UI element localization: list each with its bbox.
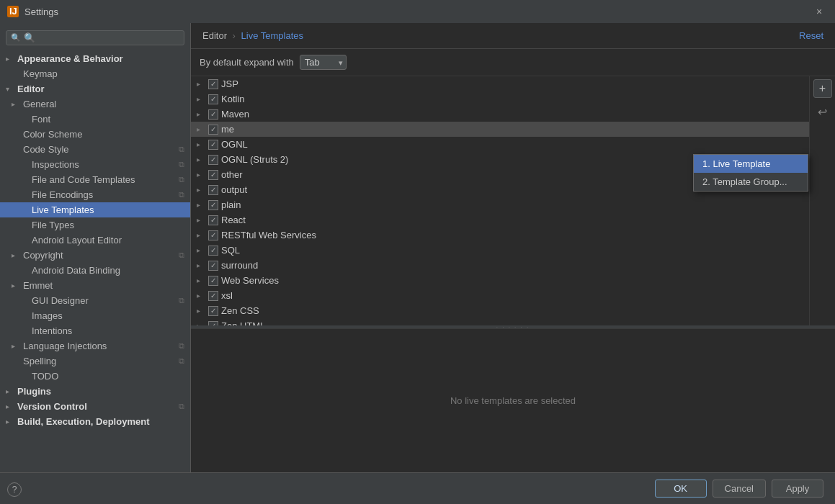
template-group-web-services[interactable]: ▸ ✓ Web Services (191, 273, 809, 288)
dialog-body: 🔍 ▸Appearance & BehaviorKeymap▾Editor▸Ge… (0, 23, 835, 504)
sidebar-item-build-exec-deploy[interactable]: ▸Build, Execution, Deployment (0, 414, 190, 429)
dropdown-item-template-group[interactable]: 2. Template Group... (694, 173, 808, 191)
sidebar-item-emmet[interactable]: ▸Emmet (0, 278, 190, 293)
template-group-me[interactable]: ▸ ✓ me (191, 122, 809, 137)
sidebar-item-intentions[interactable]: Intentions (0, 323, 190, 338)
sidebar-item-general[interactable]: ▸General (0, 96, 190, 112)
sidebar-item-spelling[interactable]: Spelling⧉ (0, 354, 190, 369)
template-name-surround: surround (221, 260, 258, 271)
template-group-xsl[interactable]: ▸ ✓ xsl (191, 288, 809, 303)
sidebar-item-file-encodings[interactable]: File Encodings⧉ (0, 187, 190, 202)
template-name-other: other (221, 169, 243, 180)
template-name-web-services: Web Services (221, 275, 279, 286)
template-checkbox-surround[interactable]: ✓ (208, 261, 218, 271)
sidebar-label-intentions: Intentions (32, 325, 72, 336)
search-box[interactable]: 🔍 (6, 30, 184, 45)
list-actions: + ↩ (809, 76, 835, 325)
template-checkbox-restful-ws[interactable]: ✓ (208, 230, 218, 240)
window-title: Settings (24, 6, 805, 17)
template-group-kotlin[interactable]: ▸ ✓ Kotlin (191, 91, 809, 107)
copy-icon-gui-designer: ⧉ (179, 296, 184, 305)
template-checkbox-me[interactable]: ✓ (208, 125, 218, 135)
title-bar: IJ Settings × (0, 0, 835, 23)
template-list-area: ▸ ✓ JSP ▸ ✓ Kotlin ▸ ✓ Maven ▸ ✓ me ▸ ✓ … (191, 76, 809, 325)
help-icon[interactable]: ? (7, 482, 22, 497)
sidebar-item-gui-designer[interactable]: GUI Designer⧉ (0, 293, 190, 308)
sidebar-item-inspections[interactable]: Inspections⧉ (0, 157, 190, 172)
sidebar-item-android-data-binding[interactable]: Android Data Binding (0, 263, 190, 278)
template-group-surround[interactable]: ▸ ✓ surround (191, 258, 809, 273)
add-button[interactable]: + (813, 79, 832, 98)
sidebar-label-gui-designer: GUI Designer (32, 295, 89, 306)
template-checkbox-ognl[interactable]: ✓ (208, 140, 218, 150)
sidebar-item-version-control[interactable]: ▸Version Control⧉ (0, 399, 190, 414)
template-checkbox-react[interactable]: ✓ (208, 215, 218, 225)
template-group-jsp[interactable]: ▸ ✓ JSP (191, 76, 809, 91)
template-checkbox-jsp[interactable]: ✓ (208, 79, 218, 89)
panel-header: Editor › Live Templates Reset (191, 23, 835, 49)
sidebar-item-editor[interactable]: ▾Editor (0, 81, 190, 96)
sidebar-item-color-scheme[interactable]: Color Scheme (0, 127, 190, 142)
template-checkbox-sql[interactable]: ✓ (208, 246, 218, 256)
sidebar-item-images[interactable]: Images (0, 308, 190, 323)
template-checkbox-web-services[interactable]: ✓ (208, 276, 218, 286)
template-checkbox-ognl-struts2[interactable]: ✓ (208, 155, 218, 165)
sidebar-label-appearance: Appearance & Behavior (17, 53, 123, 64)
template-group-maven[interactable]: ▸ ✓ Maven (191, 107, 809, 122)
sidebar-item-keymap[interactable]: Keymap (0, 66, 190, 81)
template-group-sql[interactable]: ▸ ✓ SQL (191, 243, 809, 258)
expand-default-label: By default expand with (200, 57, 294, 68)
template-group-restful-ws[interactable]: ▸ ✓ RESTful Web Services (191, 228, 809, 243)
sidebar-label-images: Images (32, 310, 63, 321)
template-checkbox-zen-css[interactable]: ✓ (208, 306, 218, 316)
sidebar-label-general: General (23, 99, 56, 109)
sidebar-item-todo[interactable]: TODO (0, 369, 190, 384)
template-checkbox-kotlin[interactable]: ✓ (208, 94, 218, 104)
expand-select-wrapper[interactable]: Tab Enter Space (300, 55, 347, 70)
breadcrumb-sep: › (233, 30, 238, 41)
sidebar-label-todo: TODO (32, 371, 58, 382)
template-name-jsp: JSP (221, 78, 238, 89)
template-expand-ognl: ▸ (197, 140, 205, 148)
dropdown-item-live-template[interactable]: 1. Live Template (694, 155, 808, 173)
expand-arrow-plugins: ▸ (6, 387, 14, 395)
undo-button[interactable]: ↩ (813, 102, 832, 121)
sidebar-item-font[interactable]: Font (0, 112, 190, 127)
sidebar-label-keymap: Keymap (23, 68, 58, 79)
template-group-zen-css[interactable]: ▸ ✓ Zen CSS (191, 303, 809, 318)
search-input[interactable] (24, 32, 179, 43)
template-checkbox-plain[interactable]: ✓ (208, 200, 218, 210)
template-group-react[interactable]: ▸ ✓ React (191, 212, 809, 228)
apply-button[interactable]: Apply (772, 480, 823, 498)
sidebar-item-code-style[interactable]: Code Style⧉ (0, 142, 190, 157)
copy-icon-copyright: ⧉ (179, 251, 184, 260)
template-group-plain[interactable]: ▸ ✓ plain (191, 197, 809, 212)
cancel-button[interactable]: Cancel (713, 480, 766, 498)
template-name-maven: Maven (221, 109, 249, 120)
sidebar-item-android-layout-editor[interactable]: Android Layout Editor (0, 233, 190, 248)
ok-button[interactable]: OK (655, 480, 707, 498)
sidebar-item-copyright[interactable]: ▸Copyright⧉ (0, 248, 190, 263)
sidebar-item-plugins[interactable]: ▸Plugins (0, 384, 190, 399)
sidebar-item-file-code-templates[interactable]: File and Code Templates⧉ (0, 172, 190, 187)
template-checkbox-zen-html[interactable]: ✓ (208, 321, 218, 326)
template-name-kotlin: Kotlin (221, 94, 245, 104)
reset-button[interactable]: Reset (799, 30, 823, 41)
sidebar-item-live-templates[interactable]: Live Templates (0, 202, 190, 217)
template-expand-output: ▸ (197, 186, 205, 194)
copy-icon-code-style: ⧉ (179, 145, 184, 154)
template-group-ognl[interactable]: ▸ ✓ OGNL (191, 137, 809, 152)
template-expand-zen-css: ▸ (197, 307, 205, 315)
template-checkbox-maven[interactable]: ✓ (208, 109, 218, 120)
close-button[interactable]: × (811, 3, 828, 20)
template-group-zen-html[interactable]: ▸ ✓ Zen HTML (191, 318, 809, 325)
sidebar-item-language-injections[interactable]: ▸Language Injections⧉ (0, 338, 190, 354)
template-name-zen-css: Zen CSS (221, 305, 259, 316)
sidebar-label-code-style: Code Style (23, 144, 69, 155)
expand-select[interactable]: Tab Enter Space (300, 55, 347, 70)
template-checkbox-output[interactable]: ✓ (208, 185, 218, 195)
template-checkbox-xsl[interactable]: ✓ (208, 291, 218, 301)
template-checkbox-other[interactable]: ✓ (208, 170, 218, 180)
sidebar-item-file-types[interactable]: File Types (0, 217, 190, 233)
sidebar-item-appearance[interactable]: ▸Appearance & Behavior (0, 51, 190, 66)
